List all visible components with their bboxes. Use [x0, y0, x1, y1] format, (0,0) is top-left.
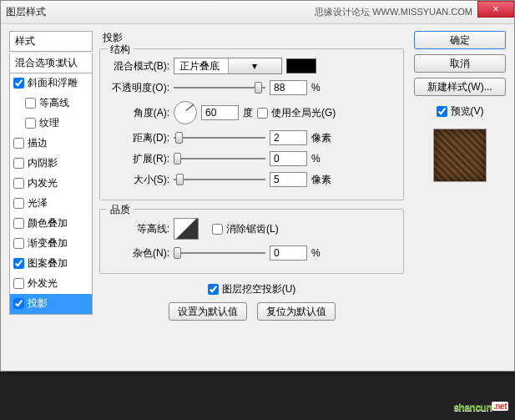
spread-label: 扩展(R):	[107, 152, 169, 166]
window-subtitle: 思缘设计论坛 WWW.MISSYUAN.COM	[315, 6, 472, 18]
size-label: 大小(S):	[107, 173, 169, 187]
quality-legend: 品质	[107, 203, 134, 217]
style-item-checkbox[interactable]	[13, 158, 24, 169]
style-item[interactable]: 光泽	[10, 194, 92, 214]
ok-button[interactable]: 确定	[414, 31, 506, 49]
structure-legend: 结构	[107, 43, 134, 57]
reset-default-button[interactable]: 复位为默认值	[257, 302, 336, 321]
styles-header[interactable]: 样式	[9, 31, 93, 52]
style-item-checkbox[interactable]	[25, 98, 36, 109]
noise-unit: %	[311, 247, 336, 259]
quality-group: 品质 等高线: 消除锯齿(L) 杂色(N): 0 %	[99, 209, 404, 274]
global-light-input[interactable]	[257, 108, 268, 119]
angle-dial[interactable]	[174, 101, 197, 124]
style-item-label: 斜面和浮雕	[28, 76, 78, 90]
angle-row: 角度(A): 60 度 使用全局光(G)	[107, 101, 396, 124]
blend-mode-value: 正片叠底	[174, 59, 228, 73]
contour-row: 等高线: 消除锯齿(L)	[107, 218, 396, 240]
right-panel: 确定 取消 新建样式(W)... 预览(V)	[414, 31, 506, 364]
opacity-unit: %	[311, 82, 336, 94]
close-icon: ×	[492, 3, 498, 15]
center-panel: 投影 结构 混合模式(B): 正片叠底 ▾ 不透明度(O): 88 %	[99, 31, 404, 364]
styles-panel: 样式 混合选项:默认 斜面和浮雕等高线纹理描边内阴影内发光光泽颜色叠加渐变叠加图…	[9, 31, 93, 364]
opacity-label: 不透明度(O):	[107, 81, 169, 95]
opacity-slider[interactable]	[174, 80, 265, 95]
noise-slider[interactable]	[174, 245, 265, 261]
structure-group: 结构 混合模式(B): 正片叠底 ▾ 不透明度(O): 88 % 角	[99, 48, 404, 200]
style-item-checkbox[interactable]	[13, 138, 24, 149]
titlebar[interactable]: 图层样式 思缘设计论坛 WWW.MISSYUAN.COM ×	[1, 1, 514, 24]
distance-unit: 像素	[311, 131, 336, 145]
cancel-button[interactable]: 取消	[414, 54, 506, 73]
size-row: 大小(S): 5 像素	[107, 172, 396, 187]
window-title: 图层样式	[6, 5, 46, 19]
style-item-checkbox[interactable]	[13, 258, 24, 269]
style-item[interactable]: 图案叠加	[10, 254, 92, 274]
knockout-checkbox[interactable]: 图层挖空投影(U)	[208, 282, 296, 296]
opacity-row: 不透明度(O): 88 %	[107, 80, 396, 95]
make-default-button[interactable]: 设置为默认值	[169, 302, 247, 321]
contour-label: 等高线:	[107, 222, 169, 236]
opacity-input[interactable]: 88	[270, 80, 307, 95]
style-item[interactable]: 斜面和浮雕	[10, 73, 92, 94]
shadow-color-swatch[interactable]	[286, 58, 316, 73]
blend-mode-combo[interactable]: 正片叠底 ▾	[174, 58, 282, 74]
effect-title: 投影	[99, 31, 404, 45]
antialias-label: 消除锯齿(L)	[226, 222, 279, 236]
dialog-body: 样式 混合选项:默认 斜面和浮雕等高线纹理描边内阴影内发光光泽颜色叠加渐变叠加图…	[1, 24, 514, 371]
style-item-label: 颜色叠加	[28, 216, 68, 230]
style-item-label: 等高线	[39, 96, 69, 110]
size-input[interactable]: 5	[270, 172, 307, 187]
style-item-checkbox[interactable]	[13, 238, 24, 249]
style-item[interactable]: 内发光	[10, 174, 92, 194]
style-item-checkbox[interactable]	[13, 298, 24, 309]
knockout-input[interactable]	[208, 284, 219, 295]
style-item-label: 光泽	[28, 196, 48, 210]
global-light-checkbox[interactable]: 使用全局光(G)	[257, 106, 336, 120]
blending-options-default[interactable]: 混合选项:默认	[9, 53, 93, 73]
style-item-checkbox[interactable]	[25, 118, 36, 129]
antialias-checkbox[interactable]: 消除锯齿(L)	[212, 222, 279, 236]
style-item[interactable]: 等高线	[10, 94, 92, 114]
style-item[interactable]: 内阴影	[10, 154, 92, 174]
style-item-label: 渐变叠加	[28, 236, 68, 250]
watermark: shancun.net	[453, 396, 508, 415]
new-style-button[interactable]: 新建样式(W)...	[414, 78, 506, 96]
style-item-checkbox[interactable]	[13, 198, 24, 209]
preview-input[interactable]	[437, 106, 447, 117]
noise-label: 杂色(N):	[107, 246, 169, 261]
contour-picker[interactable]	[174, 218, 199, 240]
style-item-checkbox[interactable]	[13, 218, 24, 229]
blend-mode-row: 混合模式(B): 正片叠底 ▾	[107, 58, 396, 74]
knockout-label: 图层挖空投影(U)	[222, 282, 296, 296]
style-item-label: 图案叠加	[28, 256, 68, 271]
noise-input[interactable]: 0	[270, 245, 307, 261]
style-item-checkbox[interactable]	[13, 278, 24, 289]
style-item[interactable]: 描边	[10, 134, 92, 154]
noise-row: 杂色(N): 0 %	[107, 245, 396, 261]
style-item[interactable]: 外发光	[10, 274, 92, 294]
style-item-checkbox[interactable]	[13, 178, 24, 189]
distance-row: 距离(D): 2 像素	[107, 130, 396, 145]
style-item[interactable]: 颜色叠加	[10, 214, 92, 234]
distance-slider[interactable]	[174, 130, 265, 145]
style-item-label: 内阴影	[28, 156, 58, 170]
spread-unit: %	[311, 153, 336, 164]
style-item[interactable]: 投影	[10, 294, 92, 314]
size-unit: 像素	[311, 173, 336, 187]
size-slider[interactable]	[174, 172, 265, 187]
antialias-input[interactable]	[212, 224, 223, 235]
defaults-row: 设置为默认值 复位为默认值	[99, 302, 404, 321]
blend-mode-label: 混合模式(B):	[107, 59, 169, 73]
style-item-label: 描边	[28, 136, 48, 150]
style-item[interactable]: 纹理	[10, 114, 92, 134]
spread-input[interactable]: 0	[270, 151, 307, 166]
distance-input[interactable]: 2	[270, 130, 307, 145]
angle-input[interactable]: 60	[201, 105, 239, 120]
style-item[interactable]: 渐变叠加	[10, 234, 92, 254]
close-button[interactable]: ×	[477, 1, 514, 18]
preview-checkbox[interactable]: 预览(V)	[414, 104, 506, 119]
style-item-checkbox[interactable]	[13, 78, 24, 89]
spread-slider[interactable]	[174, 151, 265, 166]
style-list: 斜面和浮雕等高线纹理描边内阴影内发光光泽颜色叠加渐变叠加图案叠加外发光投影	[9, 73, 93, 315]
